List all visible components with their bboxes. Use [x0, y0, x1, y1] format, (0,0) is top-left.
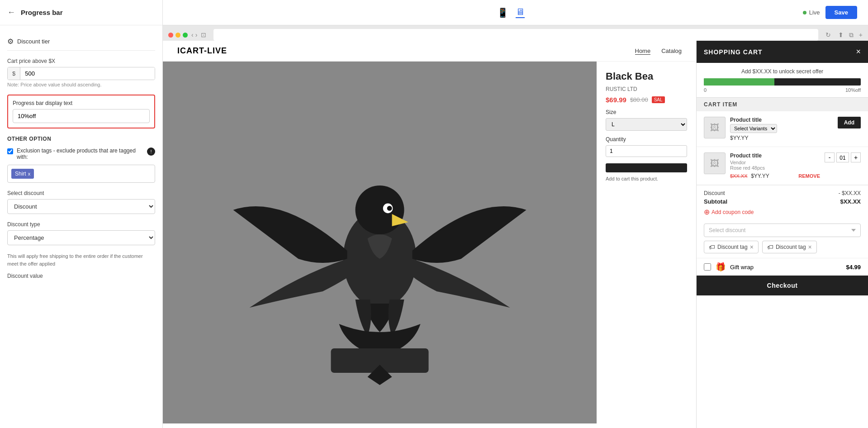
discount-type-group: Discount type Percentage [7, 221, 155, 245]
exclusion-checkbox[interactable] [7, 148, 13, 154]
add-coupon-label: Add coupon code [711, 209, 754, 215]
cart-item-1-title: Product title [730, 117, 833, 123]
discount-tag-2-remove[interactable]: × [808, 243, 812, 251]
add-to-cart-button[interactable] [606, 163, 687, 172]
discount-tag-1-label: Discount tag [717, 244, 748, 250]
live-badge: Live [803, 9, 820, 16]
forward-arrow-icon[interactable]: › [195, 31, 198, 38]
price-orig: $80.00 [630, 96, 648, 103]
cart-header: SHOPPING CART × [697, 41, 868, 63]
select-discount-group: Select discount Discount [7, 190, 155, 214]
cart-unlock-text: Add $XX.XX to unlock secret offer [704, 68, 861, 75]
main-area: 📱 🖥 Live Save ‹ › ⊡ ↻ ⬆ ⧉ + [163, 0, 868, 428]
cart-price-input-wrap: $ [7, 67, 155, 80]
browser-chrome: ‹ › ⊡ ↻ ⬆ ⧉ + [163, 25, 868, 41]
product-image-area [163, 62, 597, 423]
cart-item-2-orig-price: $XX.XX [730, 173, 748, 179]
cart-item-2-price: $YY.YY [751, 173, 769, 179]
gift-wrap-checkbox[interactable] [704, 263, 711, 271]
browser-url-bar[interactable] [213, 29, 818, 41]
cart-items-header: CART ITEM [697, 97, 868, 111]
tag-2-icon: 🏷 [767, 243, 773, 251]
gift-wrap-label: Gift wrap [730, 264, 841, 271]
progress-bar-labels: 0 10%off [704, 87, 861, 93]
minimize-dot[interactable] [175, 33, 180, 38]
price-row: $69.99 $80.00 SAL [606, 96, 687, 104]
website-preview: ICART-LIVE Home Catalog [163, 41, 696, 428]
exclusion-tags-box: Shirt x [7, 165, 155, 183]
checkout-button[interactable]: Checkout [697, 276, 868, 295]
price-sale: $69.99 [606, 96, 626, 104]
discount-note: This will apply free shipping to the ent… [7, 252, 155, 267]
back-button[interactable]: ← [7, 8, 15, 17]
select-discount-field[interactable]: Discount [7, 199, 155, 214]
product-image [185, 80, 575, 405]
add-tab-icon[interactable]: + [859, 31, 863, 38]
window-icon[interactable]: ⊡ [201, 31, 206, 38]
currency-prefix: $ [8, 67, 20, 80]
add-item-1-button[interactable]: Add [838, 117, 861, 128]
cart-item-1-image: 🖼 [704, 117, 726, 138]
cart-item-2-image: 🖼 [704, 152, 726, 174]
discount-tag-1-remove[interactable]: × [750, 243, 754, 251]
share-icon[interactable]: ⬆ [838, 31, 844, 38]
size-select[interactable]: L [606, 118, 687, 131]
add-coupon-button[interactable]: ⊕ Add coupon code [704, 208, 861, 216]
gift-wrap-row: 🎁 Gift wrap $4.99 [697, 258, 868, 276]
shirt-tag-remove[interactable]: x [28, 171, 31, 176]
refresh-icon[interactable]: ↻ [825, 31, 831, 38]
dup-icon[interactable]: ⧉ [849, 31, 854, 39]
discount-value-group: Discount value [7, 273, 155, 279]
discount-tag-2-label: Discount tag [776, 244, 806, 250]
qty-label: Quantity [606, 136, 687, 143]
website-nav-links: Home Catalog [635, 48, 682, 55]
close-dot[interactable] [168, 33, 173, 38]
desktop-icon[interactable]: 🖥 [516, 7, 525, 18]
svg-point-2 [356, 185, 404, 234]
progress-bar-display-input[interactable] [13, 109, 150, 123]
cart-item-1-price: $YY.YY [730, 135, 833, 141]
cart-summary: Discount - $XX.XX Subtotal $XX.XX ⊕ Add … [697, 185, 868, 224]
cart-item-2-vendor: Vendor [730, 160, 820, 165]
qty-minus-button[interactable]: - [825, 152, 835, 162]
subtotal-label: Subtotal [704, 198, 727, 205]
cart-item-1-details: Product title Select Variants $YY.YY [730, 117, 833, 141]
left-panel: ← Progress bar ⚙ Discount tier Cart pric… [0, 0, 163, 428]
cart-close-button[interactable]: × [856, 47, 861, 57]
top-bar-icons: 📱 🖥 [497, 7, 525, 18]
cart-title: SHOPPING CART [704, 48, 763, 56]
progress-bar-fill [704, 78, 774, 86]
discount-row: Discount - $XX.XX [704, 190, 861, 196]
size-label: Size [606, 109, 687, 115]
nav-catalog[interactable]: Catalog [661, 48, 682, 55]
cart-price-input[interactable] [20, 67, 155, 80]
image-placeholder-icon: 🖼 [710, 123, 719, 133]
cart-item-2-qty: - 01 + [825, 152, 861, 162]
remove-item-2-button[interactable]: REMOVE [798, 173, 820, 179]
discount-tag-2: 🏷 Discount tag × [762, 241, 817, 253]
mobile-icon[interactable]: 📱 [497, 7, 508, 18]
left-scrollable: ⚙ Discount tier Cart price above $X $ No… [0, 25, 162, 428]
progress-label-end: 10%off [845, 87, 861, 93]
cart-item-2-title: Product title [730, 152, 820, 159]
product-title: Black Bea [606, 71, 687, 82]
discount-type-field[interactable]: Percentage [7, 230, 155, 245]
nav-home[interactable]: Home [635, 48, 651, 55]
back-arrow-icon[interactable]: ‹ [191, 31, 194, 38]
variant-select-1[interactable]: Select Variants [730, 124, 777, 133]
vendor: RUSTIC LTD [606, 86, 687, 92]
discount-tags-wrap: 🏷 Discount tag × 🏷 Discount tag × [697, 241, 868, 258]
add-note-text: Add to cart this product. [606, 176, 687, 181]
gift-icon: 🎁 [716, 262, 726, 272]
cart-select-discount[interactable]: Select discount [704, 224, 861, 237]
cart-item-2-details: Product title Vendor Rose red 48pcs $XX.… [730, 152, 820, 179]
qty-plus-button[interactable]: + [851, 152, 861, 162]
qty-input[interactable] [606, 145, 687, 157]
save-button[interactable]: Save [825, 6, 857, 19]
gift-wrap-price: $4.99 [846, 264, 861, 271]
cart-price-group: Cart price above $X $ Note: Price above … [7, 58, 155, 87]
content-area: ICART-LIVE Home Catalog [163, 41, 868, 428]
subtotal-row: Subtotal $XX.XX [704, 198, 861, 205]
maximize-dot[interactable] [183, 33, 188, 38]
progress-bar-display-label: Progress bar display text [13, 100, 150, 106]
